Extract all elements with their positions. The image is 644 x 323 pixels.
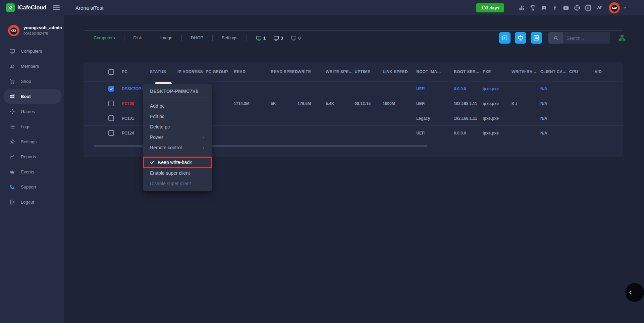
chevron-down-icon[interactable] — [623, 5, 627, 10]
col-header[interactable]: PC — [122, 69, 150, 74]
col-header[interactable]: PXE — [483, 69, 512, 74]
col-header[interactable]: WRITE SPE... — [326, 69, 355, 74]
cell-pxe: ipxe.pxe — [483, 87, 512, 91]
brand-name: iCafeCloud — [17, 5, 46, 11]
slides-icon[interactable] — [596, 4, 603, 11]
check-icon — [109, 87, 113, 91]
network-tree-icon[interactable] — [618, 34, 626, 42]
cell-boot-server: 192.168.1.11 — [454, 101, 483, 106]
icafecloud-icon[interactable]: i2 — [585, 4, 592, 11]
sidebar-item-boot[interactable]: Boot — [3, 89, 62, 104]
monitor-icon — [9, 48, 15, 54]
cell-client-cache: N/A — [540, 131, 569, 136]
games-icon — [9, 108, 15, 115]
col-header[interactable]: STATUS — [150, 69, 177, 74]
add-pc-button[interactable] — [499, 32, 511, 44]
sidebar-item-label: Games — [21, 109, 35, 114]
sidebar-item-shop[interactable]: Shop — [0, 74, 64, 89]
youtube-icon[interactable] — [562, 4, 570, 11]
col-header[interactable]: UPTIME — [355, 69, 383, 74]
chevron-left-icon — [628, 290, 633, 295]
trophy-icon[interactable] — [529, 4, 536, 11]
sidebar-item-games[interactable]: Games — [0, 104, 64, 119]
cell-boot-image: Legacy — [416, 116, 454, 121]
sidebar-item-support[interactable]: Support — [0, 179, 64, 195]
cell-link-speed: 1000M — [383, 101, 416, 106]
screens-view-button[interactable] — [531, 32, 542, 44]
col-header[interactable]: BOOT SER... — [454, 69, 483, 74]
menu-item-disable-super-client: Disable super client — [143, 178, 212, 189]
sidebar-item-settings[interactable]: Settings — [0, 134, 64, 149]
globe-icon[interactable] — [574, 4, 581, 11]
cell-uptime: 00:12:15 — [355, 101, 383, 106]
tab-disk[interactable]: Disk — [124, 35, 151, 41]
sidebar-item-logs[interactable]: Logs — [0, 119, 64, 134]
monitor-off-icon — [290, 35, 297, 41]
sidebar-item-events[interactable]: Events — [0, 164, 64, 179]
col-header[interactable]: IP ADDRESS — [177, 69, 206, 74]
sidebar-item-computers[interactable]: Computers — [0, 44, 64, 59]
col-header[interactable]: READ — [234, 69, 271, 74]
col-header[interactable]: CLIENT CA... — [540, 69, 569, 74]
pcs-total-counter: 3 — [273, 35, 283, 41]
tab-image[interactable]: Image — [151, 35, 182, 41]
gear-icon — [9, 139, 15, 145]
menu-item-remote-control[interactable]: Remote control — [143, 143, 212, 153]
hamburger-menu-icon[interactable] — [53, 5, 60, 10]
topbar-right: 133 days f i2 — [476, 2, 644, 13]
menu-item-edit-pc[interactable]: Edit pc — [143, 111, 212, 122]
sidebar-item-logout[interactable]: Logout — [0, 195, 64, 210]
user-id: 005193482475 — [23, 32, 62, 36]
sidebar-item-members[interactable]: Members — [0, 59, 64, 74]
tab-dhcp[interactable]: DHCP — [182, 35, 213, 41]
sidebar-item-reports[interactable]: Reports — [0, 149, 64, 164]
search-input[interactable] — [563, 32, 610, 44]
col-header[interactable]: WRITE-BA... — [512, 69, 540, 74]
side-panel-toggle[interactable] — [625, 283, 644, 302]
col-header[interactable]: PC GROUP — [206, 69, 234, 74]
pcs-off-counter: 0 — [290, 35, 301, 41]
search-icon[interactable] — [548, 32, 563, 44]
crown-icon — [9, 169, 15, 175]
screens-icon — [533, 35, 540, 41]
row-checkbox[interactable] — [108, 130, 114, 136]
batch-add-button[interactable] — [515, 32, 526, 44]
col-header[interactable]: WRITE — [298, 69, 326, 74]
cell-boot-server: 0.0.0.0 — [454, 87, 483, 91]
sidebar-item-label: Reports — [21, 154, 36, 159]
cell-boot-image: UEFI — [416, 87, 454, 91]
phone-icon — [9, 184, 15, 190]
license-days-badge[interactable]: 133 days — [476, 3, 504, 12]
select-all-checkbox[interactable] — [108, 69, 114, 75]
icafecloud-app: i2 iCafeCloud Arena aiTest 133 days f — [0, 0, 644, 323]
cart-icon — [9, 78, 15, 85]
tab-computers[interactable]: Computers — [85, 35, 124, 41]
cell-boot-server: 192.168.1.11 — [454, 116, 483, 121]
col-header[interactable]: LINK SPEED — [383, 69, 416, 74]
col-header[interactable]: CPU — [569, 69, 595, 74]
menu-item-keep-write-back[interactable]: Keep write-back — [143, 157, 212, 168]
menu-item-power[interactable]: Power — [143, 132, 212, 143]
sidebar-user: youngzsoft_admin 005193482475 — [0, 15, 64, 36]
row-checkbox[interactable] — [108, 115, 114, 121]
ranking-icon[interactable] — [518, 4, 525, 11]
col-header[interactable]: BOOT IMA... — [416, 69, 454, 74]
menu-item-delete-pc[interactable]: Delete pc — [143, 122, 212, 132]
menu-item-enable-super-client[interactable]: Enable super client — [143, 168, 212, 178]
row-checkbox[interactable] — [108, 101, 114, 106]
discord-icon[interactable] — [540, 4, 547, 11]
tabs: Computers Disk Image DHCP Settings 1 3 0 — [85, 32, 301, 44]
menu-item-add-pc[interactable]: Add pc — [143, 101, 212, 111]
col-header[interactable]: READ SPEED — [271, 69, 298, 74]
sidebar-avatar[interactable] — [8, 25, 19, 36]
facebook-icon[interactable]: f — [551, 4, 558, 11]
col-header[interactable]: VID — [595, 69, 611, 74]
user-avatar[interactable] — [609, 2, 620, 13]
row-checkbox[interactable] — [108, 86, 114, 92]
add-icon — [501, 35, 508, 41]
sidebar-item-label: Members — [21, 64, 39, 69]
cell-pxe: ipxe.pxe — [483, 116, 512, 121]
icafecloud-logo-icon: i2 — [6, 3, 15, 12]
tab-settings[interactable]: Settings — [213, 35, 247, 41]
cell-write-back: K:\ — [512, 101, 540, 106]
